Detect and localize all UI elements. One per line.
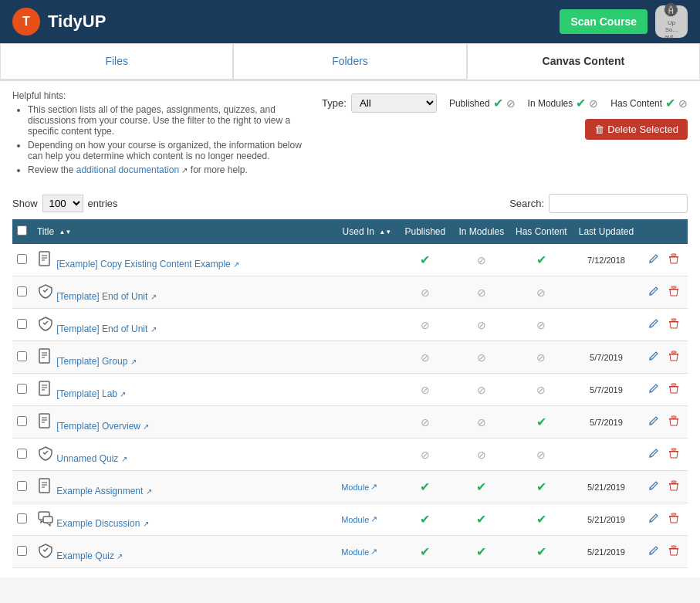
row-title-cell: [Template] End of Unit ↗ <box>32 309 336 341</box>
delete-row-button[interactable] <box>665 349 682 365</box>
row-title-link[interactable]: [Example] Copy Existing Content Example <box>56 259 230 269</box>
content-type-icon <box>37 356 54 367</box>
row-checkbox[interactable] <box>17 416 27 426</box>
row-checkbox-cell <box>12 374 32 406</box>
external-link-icon: ↗ <box>130 357 137 366</box>
row-published: ✔ <box>397 503 454 536</box>
row-title-link[interactable]: [Template] End of Unit <box>56 291 147 302</box>
module-link[interactable]: Module ↗ <box>341 547 392 557</box>
row-checkbox[interactable] <box>17 319 27 329</box>
delete-row-button[interactable] <box>665 284 682 300</box>
edit-button[interactable] <box>645 414 662 430</box>
table-row: Example Assignment ↗ Module ↗✔✔✔5/21/201… <box>12 471 688 503</box>
edit-button[interactable] <box>645 317 662 333</box>
modules-check-icon[interactable]: ✔ <box>576 96 586 110</box>
delete-row-button[interactable] <box>665 414 682 430</box>
row-title-link[interactable]: Unnamed Quiz <box>56 453 118 464</box>
search-input[interactable] <box>549 194 688 213</box>
row-checkbox[interactable] <box>17 449 27 459</box>
col-published: Published <box>397 219 454 244</box>
modules-ban-icon[interactable]: ⊘ <box>589 97 598 110</box>
module-link[interactable]: Module ↗ <box>341 514 392 524</box>
usedin-sort-icon[interactable]: ▲▼ <box>379 229 391 235</box>
row-has-content: ⊘ <box>510 341 573 374</box>
row-title-cell: [Example] Copy Existing Content Example … <box>32 244 336 276</box>
row-title-link[interactable]: Example Quiz <box>56 550 114 561</box>
row-checkbox[interactable] <box>17 286 27 296</box>
content-type-icon <box>37 453 54 464</box>
edit-button[interactable] <box>645 284 662 300</box>
row-actions <box>640 536 688 568</box>
module-link[interactable]: Module ↗ <box>341 482 392 492</box>
delete-selected-button[interactable]: 🗑 Delete Selected <box>585 119 688 140</box>
delete-row-button[interactable] <box>665 446 682 462</box>
delete-row-button[interactable] <box>665 317 682 333</box>
delete-row-button[interactable] <box>665 252 682 268</box>
content-type-icon <box>37 518 54 529</box>
row-last-updated: 5/7/2019 <box>573 341 640 374</box>
edit-button[interactable] <box>645 446 662 462</box>
edit-button[interactable] <box>645 544 662 560</box>
row-title-link[interactable]: Example Assignment <box>56 486 143 496</box>
filter-controls: Type: All Pages Assignments Quizzes Disc… <box>322 93 688 113</box>
trash-icon: 🗑 <box>594 124 604 135</box>
content-type-icon <box>37 421 54 432</box>
edit-button[interactable] <box>645 252 662 268</box>
delete-row-button[interactable] <box>665 381 682 398</box>
tab-files[interactable]: Files <box>0 43 233 80</box>
content-type-icon <box>37 324 54 334</box>
content-check-icon[interactable]: ✔ <box>665 96 675 110</box>
content-type-icon <box>37 486 54 496</box>
scan-course-button[interactable]: Scan Course <box>560 9 648 34</box>
row-used-in <box>336 341 397 374</box>
row-title-cell: [Template] Lab ↗ <box>32 374 336 406</box>
svg-rect-35 <box>671 481 676 483</box>
row-last-updated: 5/7/2019 <box>573 406 640 439</box>
published-check-icon[interactable]: ✔ <box>493 96 503 110</box>
row-used-in <box>336 276 397 309</box>
edit-button[interactable] <box>645 381 662 398</box>
row-checkbox[interactable] <box>17 546 27 556</box>
table-controls: Show 10 25 50 100 entries Search: <box>12 194 688 213</box>
delete-row-button[interactable] <box>665 511 682 527</box>
delete-row-button[interactable] <box>665 479 682 495</box>
row-actions <box>640 374 688 406</box>
row-title-link[interactable]: [Template] Group <box>56 356 127 367</box>
row-title-link[interactable]: Example Discussion <box>56 518 140 529</box>
row-last-updated: 5/21/2019 <box>573 471 640 503</box>
published-ban-icon[interactable]: ⊘ <box>506 97 516 110</box>
row-title-link[interactable]: [Template] End of Unit <box>56 324 147 334</box>
row-in-modules: ✔ <box>453 471 509 503</box>
content-ban-icon[interactable]: ⊘ <box>678 97 688 110</box>
row-last-updated: 5/21/2019 <box>573 536 640 568</box>
entries-select[interactable]: 10 25 50 100 <box>42 195 83 212</box>
svg-rect-27 <box>671 416 676 418</box>
edit-button[interactable] <box>645 479 662 495</box>
row-checkbox-cell <box>12 471 32 503</box>
external-link-icon: ↗ <box>370 547 377 557</box>
row-checkbox[interactable] <box>17 513 27 523</box>
select-all-checkbox[interactable] <box>17 225 27 235</box>
tab-folders[interactable]: Folders <box>233 43 466 80</box>
type-select[interactable]: All Pages Assignments Quizzes Discussion… <box>351 93 437 113</box>
row-checkbox-cell <box>12 439 32 471</box>
title-sort-icon[interactable]: ▲▼ <box>59 229 72 235</box>
row-checkbox[interactable] <box>17 351 27 361</box>
svg-rect-29 <box>671 449 676 450</box>
row-checkbox-cell <box>12 406 32 439</box>
hint-item-2: Depending on how your course is organize… <box>28 140 309 161</box>
hint-item-1: This section lists all of the pages, ass… <box>28 104 309 137</box>
row-checkbox[interactable] <box>17 384 27 394</box>
row-title-link[interactable]: [Template] Overview <box>56 421 140 432</box>
tab-canvas-content[interactable]: Canvas Content <box>467 43 700 80</box>
row-title-link[interactable]: [Template] Lab <box>56 388 117 399</box>
docs-link[interactable]: additional documentation <box>76 164 179 175</box>
edit-button[interactable] <box>645 511 662 527</box>
row-checkbox[interactable] <box>17 254 27 264</box>
delete-row-button[interactable] <box>665 544 682 560</box>
edit-button[interactable] <box>645 349 662 365</box>
svg-rect-7 <box>671 286 676 288</box>
row-in-modules: ⊘ <box>453 276 509 309</box>
row-checkbox[interactable] <box>17 481 27 491</box>
table-row: Unnamed Quiz ↗ ⊘⊘⊘ <box>12 439 688 471</box>
